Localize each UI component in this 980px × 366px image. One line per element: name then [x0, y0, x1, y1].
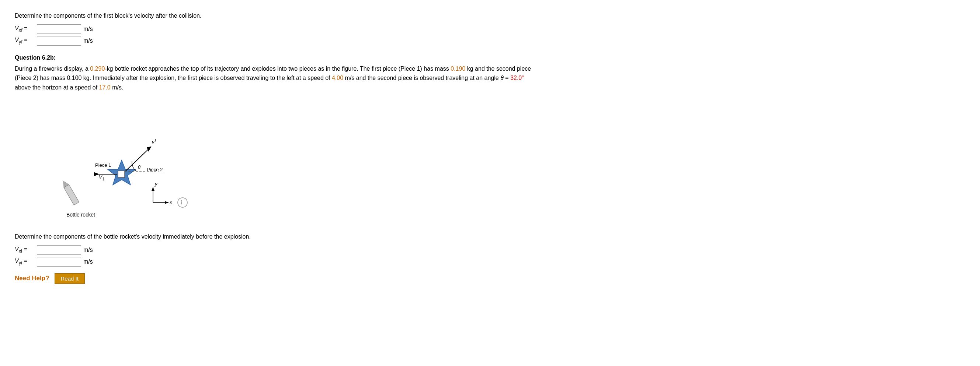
bottle-rocket-label: Bottle rocket [66, 212, 95, 218]
vxf-label: Vxf = [15, 25, 37, 33]
x-label: x [169, 200, 172, 205]
mass-piece1: 0.190 [450, 65, 465, 72]
intro-text: Determine the components of the first bl… [15, 11, 965, 21]
vxi-input[interactable] [37, 245, 81, 255]
vyf-label: Vyf = [15, 37, 37, 44]
read-it-button[interactable]: Read It [54, 273, 85, 284]
vxi-label: Vxi = [15, 246, 37, 254]
angle: 32.0° [510, 75, 524, 81]
svg-rect-0 [64, 185, 79, 206]
vf-label: v [152, 139, 155, 145]
x-arrowhead [165, 201, 169, 204]
question-body: During a fireworks display, a 0.290-kg b… [15, 64, 965, 92]
determine-text: Determine the components of the bottle r… [15, 232, 965, 242]
vyi-input[interactable] [37, 257, 81, 266]
v1-sub: 1 [102, 177, 105, 181]
vf-sub: f [155, 138, 156, 143]
theta-label: θ [138, 164, 140, 170]
info-circle[interactable] [178, 198, 187, 207]
vxf-input[interactable] [37, 24, 81, 34]
question-title: Question 6.2b: [15, 54, 965, 61]
speed1: 4.00 [332, 75, 343, 81]
info-icon-text: i [181, 200, 182, 206]
piece2-arrowhead [147, 147, 151, 152]
vyf-input[interactable] [37, 36, 81, 46]
vxf-unit: m/s [83, 26, 93, 32]
y-label: y [154, 181, 158, 187]
v1-label: V [99, 174, 102, 180]
explosion-square [118, 171, 125, 177]
vxi-unit: m/s [83, 247, 93, 254]
mass-total: 0.290 [90, 65, 105, 72]
piece1-label: Piece 1 [95, 162, 111, 168]
y-arrowhead [151, 187, 154, 191]
vyi-unit: m/s [83, 258, 93, 265]
piece2-label: Piece 2 [147, 167, 162, 172]
diagram-svg: Bottle rocket Piece 1 V 1 [44, 100, 199, 225]
vyf-unit: m/s [83, 38, 93, 44]
need-help-row: Need Help? Read It [15, 273, 965, 284]
diagram: Bottle rocket Piece 1 V 1 [44, 100, 199, 225]
speed2: 17.0 [99, 84, 111, 90]
vyi-label: Vyi = [15, 258, 37, 266]
need-help-label: Need Help? [15, 275, 49, 282]
